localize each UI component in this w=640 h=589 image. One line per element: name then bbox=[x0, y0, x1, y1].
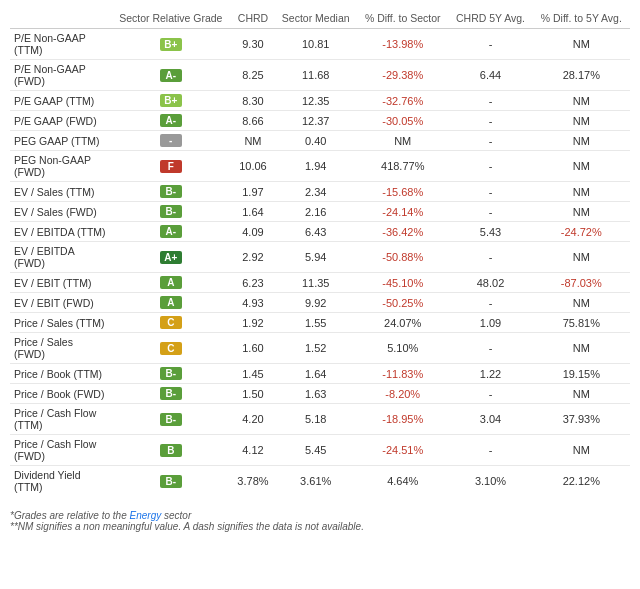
table-row: P/E Non-GAAP (FWD)A-8.2511.68-29.38%6.44… bbox=[10, 60, 630, 91]
metric-label: Price / Book (FWD) bbox=[10, 384, 110, 404]
sector-median-value: 0.40 bbox=[274, 131, 357, 151]
table-row: PEG Non-GAAP (FWD)F10.061.94418.77%-NM bbox=[10, 151, 630, 182]
diff-sector-value: -24.14% bbox=[357, 202, 448, 222]
table-row: EV / EBITDA (TTM)A-4.096.43-36.42%5.43-2… bbox=[10, 222, 630, 242]
grade-badge: B- bbox=[160, 475, 182, 488]
footnote-line1: *Grades are relative to the Energy secto… bbox=[10, 510, 630, 521]
metric-label: Price / Cash Flow (TTM) bbox=[10, 404, 110, 435]
table-header-row: Sector Relative Grade CHRD Sector Median… bbox=[10, 8, 630, 29]
chrd-5y-value: - bbox=[448, 333, 532, 364]
grade-cell: B- bbox=[110, 364, 232, 384]
grade-cell: B- bbox=[110, 404, 232, 435]
diff-sector-value: -15.68% bbox=[357, 182, 448, 202]
diff-5y-value: NM bbox=[533, 182, 630, 202]
energy-link[interactable]: Energy bbox=[130, 510, 162, 521]
grade-badge: C bbox=[160, 342, 182, 355]
chrd-value: 10.06 bbox=[232, 151, 275, 182]
chrd-value: 8.25 bbox=[232, 60, 275, 91]
sector-median-value: 11.68 bbox=[274, 60, 357, 91]
metric-label: Dividend Yield (TTM) bbox=[10, 466, 110, 497]
chrd-5y-value: 1.22 bbox=[448, 364, 532, 384]
diff-sector-value: -24.51% bbox=[357, 435, 448, 466]
chrd-value: NM bbox=[232, 131, 275, 151]
table-row: P/E GAAP (TTM)B+8.3012.35-32.76%-NM bbox=[10, 91, 630, 111]
chrd-value: 9.30 bbox=[232, 29, 275, 60]
col-header-sector-median: Sector Median bbox=[274, 8, 357, 29]
sector-median-value: 6.43 bbox=[274, 222, 357, 242]
grade-badge: B- bbox=[160, 367, 182, 380]
diff-5y-value: -24.72% bbox=[533, 222, 630, 242]
diff-5y-value: 19.15% bbox=[533, 364, 630, 384]
footnotes: *Grades are relative to the Energy secto… bbox=[0, 504, 640, 540]
grade-badge: A bbox=[160, 296, 182, 309]
grade-badge: - bbox=[160, 134, 182, 147]
sector-median-value: 1.94 bbox=[274, 151, 357, 182]
grade-cell: A- bbox=[110, 111, 232, 131]
footnote-line2: **NM signifies a non meaningful value. A… bbox=[10, 521, 630, 532]
diff-5y-value: 75.81% bbox=[533, 313, 630, 333]
diff-sector-value: -18.95% bbox=[357, 404, 448, 435]
diff-sector-value: -29.38% bbox=[357, 60, 448, 91]
chrd-5y-value: - bbox=[448, 29, 532, 60]
chrd-5y-value: - bbox=[448, 293, 532, 313]
diff-sector-value: 5.10% bbox=[357, 333, 448, 364]
grade-badge: A- bbox=[160, 69, 182, 82]
diff-5y-value: NM bbox=[533, 202, 630, 222]
metric-label: P/E GAAP (FWD) bbox=[10, 111, 110, 131]
diff-sector-value: 24.07% bbox=[357, 313, 448, 333]
diff-sector-value: -30.05% bbox=[357, 111, 448, 131]
grade-badge: B+ bbox=[160, 94, 182, 107]
grade-cell: F bbox=[110, 151, 232, 182]
sector-median-value: 2.16 bbox=[274, 202, 357, 222]
grade-badge: B- bbox=[160, 205, 182, 218]
chrd-value: 1.92 bbox=[232, 313, 275, 333]
diff-5y-value: NM bbox=[533, 29, 630, 60]
grade-badge: B- bbox=[160, 413, 182, 426]
grade-cell: A bbox=[110, 273, 232, 293]
table-row: Dividend Yield (TTM)B-3.78%3.61%4.64%3.1… bbox=[10, 466, 630, 497]
chrd-5y-value: - bbox=[448, 111, 532, 131]
chrd-5y-value: 3.10% bbox=[448, 466, 532, 497]
chrd-value: 1.45 bbox=[232, 364, 275, 384]
metric-label: EV / Sales (FWD) bbox=[10, 202, 110, 222]
grade-cell: A- bbox=[110, 60, 232, 91]
grade-badge: B+ bbox=[160, 38, 182, 51]
valuation-table-container: Sector Relative Grade CHRD Sector Median… bbox=[0, 0, 640, 504]
metric-label: Price / Sales (FWD) bbox=[10, 333, 110, 364]
col-header-diff-5y: % Diff. to 5Y Avg. bbox=[533, 8, 630, 29]
grade-cell: B bbox=[110, 435, 232, 466]
diff-sector-value: -11.83% bbox=[357, 364, 448, 384]
table-row: Price / Cash Flow (FWD)B4.125.45-24.51%-… bbox=[10, 435, 630, 466]
diff-sector-value: -36.42% bbox=[357, 222, 448, 242]
diff-5y-value: -87.03% bbox=[533, 273, 630, 293]
metric-label: EV / EBIT (TTM) bbox=[10, 273, 110, 293]
chrd-value: 8.66 bbox=[232, 111, 275, 131]
diff-5y-value: NM bbox=[533, 435, 630, 466]
grade-cell: B+ bbox=[110, 91, 232, 111]
table-body: P/E Non-GAAP (TTM)B+9.3010.81-13.98%-NMP… bbox=[10, 29, 630, 497]
diff-sector-value: -13.98% bbox=[357, 29, 448, 60]
table-row: P/E GAAP (FWD)A-8.6612.37-30.05%-NM bbox=[10, 111, 630, 131]
grade-badge: A- bbox=[160, 225, 182, 238]
chrd-5y-value: 48.02 bbox=[448, 273, 532, 293]
sector-median-value: 5.45 bbox=[274, 435, 357, 466]
col-header-chrd: CHRD bbox=[232, 8, 275, 29]
sector-median-value: 10.81 bbox=[274, 29, 357, 60]
grade-badge: B bbox=[160, 444, 182, 457]
grade-cell: B- bbox=[110, 202, 232, 222]
table-row: EV / EBIT (TTM)A6.2311.35-45.10%48.02-87… bbox=[10, 273, 630, 293]
diff-sector-value: 418.77% bbox=[357, 151, 448, 182]
diff-5y-value: NM bbox=[533, 333, 630, 364]
grade-cell: B+ bbox=[110, 29, 232, 60]
chrd-value: 4.12 bbox=[232, 435, 275, 466]
metric-label: P/E Non-GAAP (TTM) bbox=[10, 29, 110, 60]
chrd-value: 8.30 bbox=[232, 91, 275, 111]
grade-cell: A bbox=[110, 293, 232, 313]
sector-median-value: 2.34 bbox=[274, 182, 357, 202]
diff-5y-value: NM bbox=[533, 131, 630, 151]
grade-badge: A bbox=[160, 276, 182, 289]
table-row: EV / Sales (FWD)B-1.642.16-24.14%-NM bbox=[10, 202, 630, 222]
grade-cell: C bbox=[110, 313, 232, 333]
chrd-value: 1.97 bbox=[232, 182, 275, 202]
grade-cell: A+ bbox=[110, 242, 232, 273]
